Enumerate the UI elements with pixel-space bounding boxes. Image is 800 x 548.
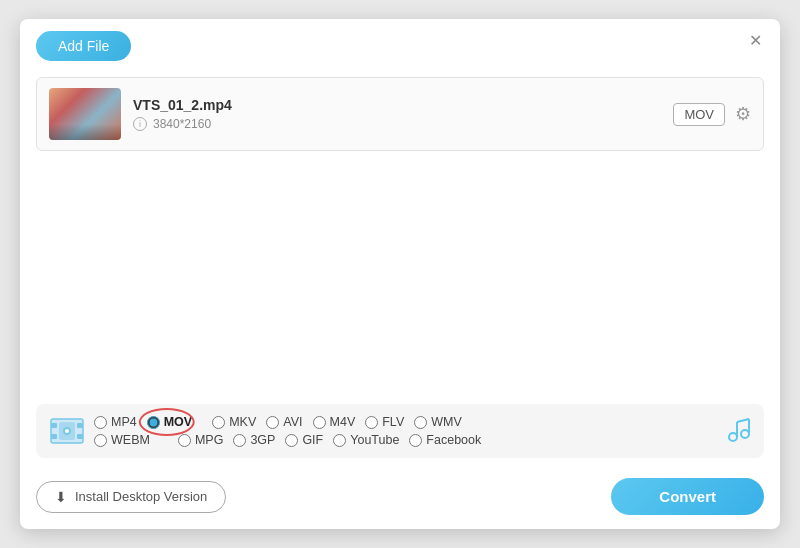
format-option-mp4[interactable]: MP4 bbox=[94, 415, 137, 429]
title-bar: Add File ✕ bbox=[20, 19, 780, 69]
format-label-wmv: WMV bbox=[431, 415, 462, 429]
file-actions: MOV ⚙ bbox=[673, 103, 751, 126]
format-option-m4v[interactable]: M4V bbox=[313, 415, 356, 429]
svg-rect-4 bbox=[77, 434, 83, 439]
format-option-webm[interactable]: WEBM bbox=[94, 433, 150, 447]
formats-container: MP4 MOV MKV AVI bbox=[94, 415, 710, 447]
info-icon: i bbox=[133, 117, 147, 131]
format-option-mkv[interactable]: MKV bbox=[212, 415, 256, 429]
svg-point-9 bbox=[741, 430, 749, 438]
format-option-facebook[interactable]: Facebook bbox=[409, 433, 481, 447]
svg-line-12 bbox=[737, 419, 749, 422]
main-dialog: Add File ✕ VTS_01_2.mp4 i 3840*2160 MOV … bbox=[20, 19, 780, 529]
format-section: MP4 MOV MKV AVI bbox=[20, 394, 780, 468]
convert-button[interactable]: Convert bbox=[611, 478, 764, 515]
format-label-m4v: M4V bbox=[330, 415, 356, 429]
formats-row2: WEBM MPG 3GP GIF bbox=[94, 433, 710, 447]
format-label-avi: AVI bbox=[283, 415, 302, 429]
format-label-mov: MOV bbox=[164, 415, 192, 429]
format-label-webm: WEBM bbox=[111, 433, 150, 447]
svg-point-8 bbox=[729, 433, 737, 441]
format-option-gif[interactable]: GIF bbox=[285, 433, 323, 447]
format-label-youtube: YouTube bbox=[350, 433, 399, 447]
file-list-area: VTS_01_2.mp4 i 3840*2160 MOV ⚙ bbox=[20, 69, 780, 240]
format-label-facebook: Facebook bbox=[426, 433, 481, 447]
install-desktop-button[interactable]: ⬇ Install Desktop Version bbox=[36, 481, 226, 513]
format-label-flv: FLV bbox=[382, 415, 404, 429]
file-info: VTS_01_2.mp4 i 3840*2160 bbox=[133, 97, 661, 131]
file-thumbnail bbox=[49, 88, 121, 140]
format-option-youtube[interactable]: YouTube bbox=[333, 433, 399, 447]
settings-button[interactable]: ⚙ bbox=[735, 103, 751, 125]
download-icon: ⬇ bbox=[55, 489, 67, 505]
svg-point-7 bbox=[65, 429, 69, 433]
add-file-button[interactable]: Add File bbox=[36, 31, 131, 61]
format-option-3gp[interactable]: 3GP bbox=[233, 433, 275, 447]
format-option-avi[interactable]: AVI bbox=[266, 415, 302, 429]
spacer bbox=[20, 240, 780, 395]
format-label-mkv: MKV bbox=[229, 415, 256, 429]
formats-row1: MP4 MOV MKV AVI bbox=[94, 415, 710, 429]
file-meta: i 3840*2160 bbox=[133, 117, 661, 131]
format-label-mp4: MP4 bbox=[111, 415, 137, 429]
file-name: VTS_01_2.mp4 bbox=[133, 97, 661, 113]
format-option-mpg[interactable]: MPG bbox=[178, 433, 223, 447]
file-item: VTS_01_2.mp4 i 3840*2160 MOV ⚙ bbox=[36, 77, 764, 151]
format-label-gif: GIF bbox=[302, 433, 323, 447]
close-icon: ✕ bbox=[749, 31, 762, 50]
close-button[interactable]: ✕ bbox=[744, 29, 766, 51]
format-label-3gp: 3GP bbox=[250, 433, 275, 447]
footer: ⬇ Install Desktop Version Convert bbox=[20, 468, 780, 529]
svg-rect-2 bbox=[51, 434, 57, 439]
format-option-wmv[interactable]: WMV bbox=[414, 415, 462, 429]
format-selector: MP4 MOV MKV AVI bbox=[36, 404, 764, 458]
film-icon bbox=[48, 412, 86, 450]
file-resolution: 3840*2160 bbox=[153, 117, 211, 131]
format-option-flv[interactable]: FLV bbox=[365, 415, 404, 429]
svg-rect-3 bbox=[77, 423, 83, 428]
gear-icon: ⚙ bbox=[735, 103, 751, 125]
svg-rect-1 bbox=[51, 423, 57, 428]
music-icon bbox=[726, 416, 752, 447]
install-label: Install Desktop Version bbox=[75, 489, 207, 504]
format-option-mov[interactable]: MOV bbox=[147, 415, 192, 429]
format-label-mpg: MPG bbox=[195, 433, 223, 447]
format-badge[interactable]: MOV bbox=[673, 103, 725, 126]
